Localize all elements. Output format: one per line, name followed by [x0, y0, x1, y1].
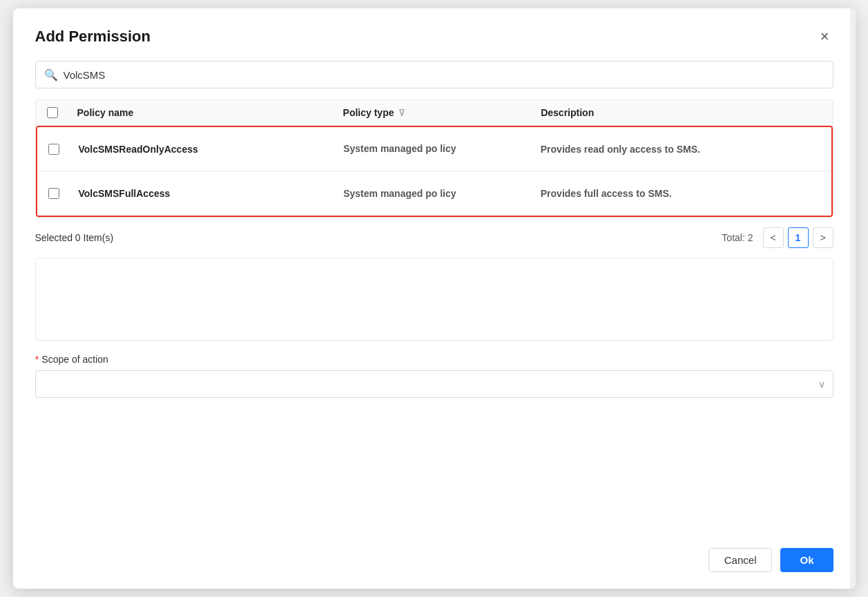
current-page-button[interactable]: 1: [788, 227, 809, 248]
scrollbar[interactable]: [850, 8, 856, 589]
prev-page-button[interactable]: <: [763, 227, 784, 248]
dialog-header: Add Permission ×: [35, 28, 833, 46]
header-checkbox-col: [36, 107, 69, 118]
next-page-button[interactable]: >: [813, 227, 833, 248]
cancel-button[interactable]: Cancel: [708, 548, 773, 572]
search-row: 🔍: [35, 61, 833, 88]
add-permission-dialog: Add Permission × 🔍 Policy name Policy ty…: [13, 8, 856, 589]
policy-table: Policy name Policy type ⊽ Description Vo…: [35, 100, 833, 218]
row-2-description: Provides full access to SMS.: [532, 180, 831, 207]
table-body-highlighted: VolcSMSReadOnlyAccess System managed po …: [36, 126, 833, 217]
pagination-row: Selected 0 Item(s) Total: 2 < 1 >: [35, 227, 833, 248]
row-2-checkbox-col: [37, 188, 70, 199]
required-star: *: [35, 353, 39, 365]
total-label: Total: 2: [722, 232, 753, 243]
footer-buttons: Cancel Ok: [35, 542, 833, 572]
row-1-checkbox[interactable]: [48, 144, 59, 155]
selected-info: Selected 0 Item(s): [35, 232, 114, 243]
table-row: VolcSMSReadOnlyAccess System managed po …: [37, 127, 831, 171]
row-1-policy-type: System managed po licy: [335, 133, 532, 164]
search-input[interactable]: [64, 69, 824, 81]
table-header: Policy name Policy type ⊽ Description: [36, 100, 833, 126]
row-1-policy-name: VolcSMSReadOnlyAccess: [70, 135, 336, 163]
row-1-checkbox-col: [37, 144, 70, 155]
scope-section: * Scope of action ∨: [35, 353, 833, 398]
select-all-checkbox[interactable]: [47, 107, 58, 118]
row-2-policy-type: System managed po licy: [335, 178, 532, 209]
ok-button[interactable]: Ok: [780, 548, 833, 572]
table-row: VolcSMSFullAccess System managed po licy…: [37, 171, 831, 216]
row-1-description: Provides read only access to SMS.: [532, 135, 831, 163]
scope-select-wrap: ∨: [35, 370, 833, 398]
selected-items-area: [35, 258, 833, 341]
row-2-policy-name: VolcSMSFullAccess: [70, 180, 336, 207]
search-icon: 🔍: [44, 68, 58, 82]
col-header-desc: Description: [532, 107, 832, 118]
col-header-type: Policy type ⊽: [335, 107, 533, 118]
scope-label: * Scope of action: [35, 353, 833, 365]
col-header-name: Policy name: [69, 107, 335, 118]
scope-select[interactable]: [35, 370, 833, 398]
dialog-title: Add Permission: [35, 28, 151, 46]
pagination-controls: Total: 2 < 1 >: [722, 227, 833, 248]
close-button[interactable]: ×: [816, 28, 833, 46]
filter-icon[interactable]: ⊽: [398, 108, 405, 118]
row-2-checkbox[interactable]: [48, 188, 59, 199]
scope-label-text: Scope of action: [41, 354, 108, 365]
